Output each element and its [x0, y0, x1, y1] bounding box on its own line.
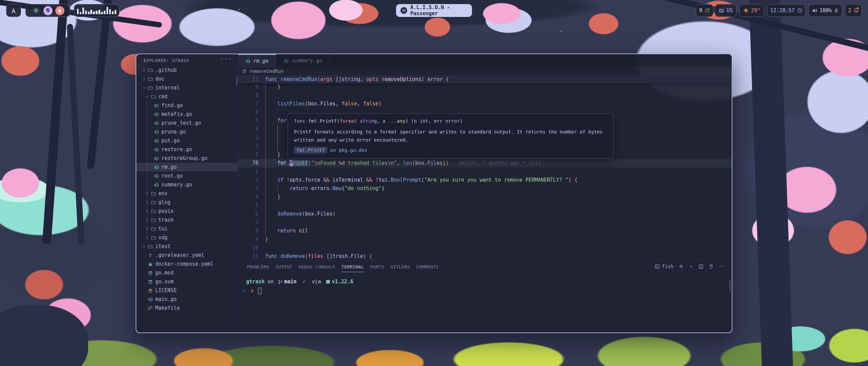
tree-item-metafix.go[interactable]: metafix.go	[136, 110, 238, 119]
tree-item-restoreGroup.go[interactable]: restoreGroup.go	[136, 154, 238, 163]
line-number: 3	[238, 134, 265, 142]
panel-tab-debug-console[interactable]: DEBUG CONSOLE	[298, 261, 336, 272]
visualizer-bar	[77, 9, 79, 14]
code-token: ,	[360, 76, 366, 82]
tree-item-LICENSE[interactable]: LICENSE	[136, 286, 238, 295]
explorer-sidebar: EXPLORER: GTRASH ··· .githubdocinternalc…	[136, 54, 238, 332]
notifications-widget[interactable]: 2	[845, 4, 862, 17]
keyboard-layout-widget[interactable]: US	[715, 4, 736, 17]
code-token: \n	[388, 160, 394, 166]
tree-item-summary.go[interactable]: summary.go	[136, 180, 238, 189]
app-browser-button[interactable]	[32, 6, 41, 15]
split-terminal-icon[interactable]	[698, 264, 704, 269]
line-number: 10	[238, 244, 265, 252]
audio-widget[interactable]: 100%	[808, 4, 842, 17]
code-token: )	[363, 253, 366, 259]
code-token: )	[381, 185, 384, 191]
tree-item-go.mod[interactable]: go.mod	[136, 268, 238, 277]
gopher-icon	[326, 279, 331, 284]
code-token	[265, 101, 277, 107]
weather-widget[interactable]: 29°	[739, 4, 764, 17]
chevron-right-icon	[141, 68, 147, 73]
explorer-more-icon[interactable]: ···	[220, 56, 232, 62]
tree-item-itest[interactable]: itest	[136, 242, 238, 251]
tree-item-env[interactable]: env	[136, 189, 238, 198]
visualizer-bar	[101, 12, 103, 14]
tree-item-prune.go[interactable]: prune.go	[136, 127, 238, 136]
code-token: "do nothing"	[345, 185, 381, 191]
code-token: ",	[394, 160, 403, 166]
now-playing-widget[interactable]: A.L.I.S.O.N - Passenger	[396, 4, 472, 17]
tree-item-.goreleaser.yaml[interactable]: .goreleaser.yaml	[136, 251, 238, 260]
kill-terminal-icon[interactable]	[709, 264, 714, 269]
tree-item-glog[interactable]: glog	[136, 198, 238, 207]
go-file-icon	[154, 129, 159, 135]
panel-tab-output[interactable]: OUTPUT	[275, 261, 293, 272]
code-token: }	[265, 84, 280, 90]
visualizer-bar	[104, 11, 105, 14]
terminal-scrollbar[interactable]	[729, 280, 730, 291]
clock-widget[interactable]: 12:28:57	[767, 4, 806, 17]
go-file-icon	[154, 103, 159, 108]
tree-item-put.go[interactable]: put.go	[136, 136, 238, 145]
panel-tab-gitlens[interactable]: GITLENS	[390, 261, 411, 272]
app-notes-button[interactable]: N	[43, 6, 53, 15]
speaker-icon	[812, 8, 817, 14]
new-terminal-icon[interactable]	[678, 264, 684, 269]
tooltip-link-text[interactable]: on pkg.go.dev	[327, 147, 367, 153]
sidebar-scrollbar[interactable]	[236, 77, 237, 85]
updates-widget[interactable]: 9	[696, 4, 713, 17]
code-token: Found	[320, 160, 339, 166]
tree-item-prune_test.go[interactable]: prune_test.go	[136, 119, 238, 127]
app-documents-button[interactable]	[55, 6, 64, 15]
tree-item-docker-compose.yaml[interactable]: docker-compose.yaml	[136, 260, 238, 268]
code-token	[265, 211, 277, 217]
code-token: []trash.File	[327, 253, 363, 259]
temperature-label: 29°	[751, 7, 760, 14]
tree-item-xdg[interactable]: xdg	[136, 233, 238, 242]
panel-tab-comments[interactable]: COMMENTS	[415, 261, 439, 272]
notification-dot	[857, 7, 859, 9]
tab-summary.go[interactable]: summary.go	[276, 54, 330, 67]
tree-item-posix[interactable]: posix	[136, 207, 238, 216]
tree-item-trash[interactable]: trash	[136, 216, 238, 224]
tree-item-main.go[interactable]: main.go	[136, 295, 238, 304]
code-token: }	[265, 236, 268, 242]
tree-item-tui[interactable]: tui	[136, 224, 238, 233]
tooltip-signature: func fmt.Printf(format string, a ...any)…	[294, 118, 607, 124]
terminal-dropdown-icon[interactable]	[689, 264, 693, 269]
tree-item-go.sum[interactable]: go.sum	[136, 277, 238, 286]
refresh-icon	[705, 8, 710, 13]
code-token: New	[333, 185, 342, 191]
tree-item-find.go[interactable]: find.go	[136, 101, 238, 110]
tree-item-label: rm.go	[161, 164, 177, 170]
panel-tab-problems[interactable]: PROBLEMS	[246, 261, 270, 272]
tree-item-internal[interactable]: internal	[136, 83, 238, 92]
tree-item-restore.go[interactable]: restore.go	[136, 145, 238, 154]
tree-item-label: internal	[155, 85, 180, 91]
tooltip-link[interactable]: fmt.Printf on pkg.go.dev	[294, 147, 607, 153]
tree-item-root.go[interactable]: root.go	[136, 171, 238, 180]
shell-selector[interactable]: fish	[655, 264, 673, 269]
launcher-button[interactable]	[6, 4, 21, 17]
tree-item-rm.go[interactable]: rm.go	[136, 163, 238, 171]
panel-tab-ports[interactable]: PORTS	[369, 261, 385, 272]
top-bar: N A.L.I.S.O.N - Passenger 9 US 29° 12:28…	[0, 0, 868, 19]
code-editor[interactable]: 9 }87 listFiles(box.Files, false, false)…	[238, 83, 732, 261]
line-number: 7	[238, 100, 265, 108]
terminal[interactable]: gtrash on main ✓ via v1.22.6	[238, 272, 732, 332]
audio-visualizer[interactable]	[74, 4, 119, 17]
panel-tab-terminal[interactable]: TERMINAL	[341, 261, 365, 272]
tree-item-doc[interactable]: doc	[136, 75, 238, 83]
tree-item-.github[interactable]: .github	[136, 66, 238, 75]
folder-icon	[148, 77, 153, 82]
code-token	[425, 76, 428, 82]
git-blame-annotation: umlx5h, 7 months ago • init	[458, 159, 541, 167]
breadcrumb[interactable]: removeCmdRun	[238, 67, 732, 75]
tree-item-Makefile[interactable]: Makefile	[136, 304, 238, 312]
tab-rm.go[interactable]: rm.go	[238, 54, 276, 67]
more-actions-icon[interactable]	[719, 264, 724, 269]
tree-item-cmd[interactable]: cmd	[136, 92, 238, 101]
code-token: )	[443, 160, 446, 166]
code-token: fmt.	[265, 160, 290, 166]
